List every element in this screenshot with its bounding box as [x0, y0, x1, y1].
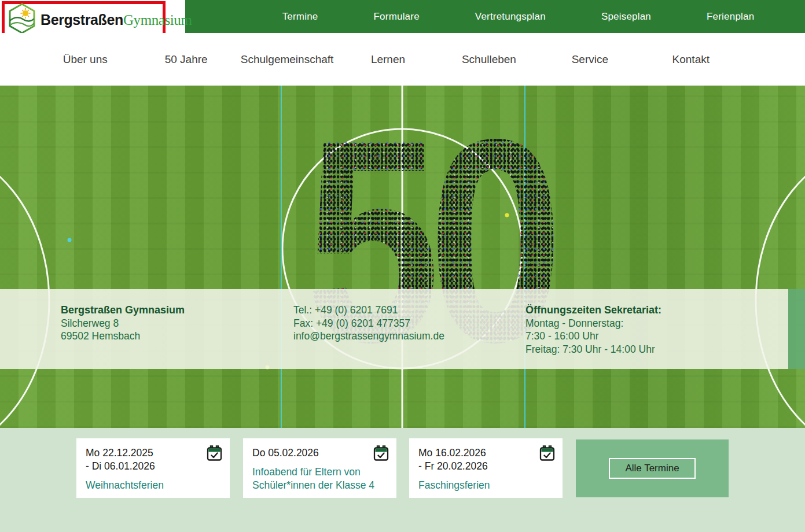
contact-phone-block: Tel.: +49 (0) 6201 7691 Fax: +49 (0) 620…	[293, 304, 444, 343]
nav-item-kontakt[interactable]: Kontakt	[641, 53, 741, 66]
contact-info-band: Bergstraßen Gymnasium Silcherweg 8 69502…	[0, 289, 788, 369]
nav-item-50-jahre[interactable]: 50 Jahre	[135, 53, 236, 66]
nav-item-schulgemeinschaft[interactable]: Schulgemeinschaft	[237, 53, 337, 66]
office-hours-friday: Freitag: 7:30 Uhr - 14:00 Uhr	[525, 343, 661, 356]
office-hours-days: Montag - Donnerstag:	[525, 317, 661, 330]
nav-item-ueber-uns[interactable]: Über uns	[35, 53, 135, 66]
school-street: Silcherweg 8	[61, 317, 185, 330]
email-address[interactable]: info@bergstrassengymnasium.de	[293, 330, 444, 343]
logo-name-part1: Bergstraßen	[41, 12, 123, 28]
topbar-link-vertretungsplan[interactable]: Vertretungsplan	[475, 11, 546, 23]
contact-address-block: Bergstraßen Gymnasium Silcherweg 8 69502…	[61, 304, 185, 343]
all-events-button[interactable]: Alle Termine	[609, 458, 695, 479]
events-section: Mo 22.12.2025 - Di 06.01.2026 Weihnachts…	[0, 428, 805, 532]
fax-number: Fax: +49 (0) 6201 477357	[293, 317, 444, 330]
event-date-line1: Mo 16.02.2026	[418, 446, 554, 460]
event-card-infoabend[interactable]: Do 05.02.2026 Infoabend für Eltern von S…	[243, 438, 396, 498]
event-date-line1: Mo 22.12.2025	[86, 446, 222, 460]
topbar-link-ferienplan[interactable]: Ferienplan	[707, 11, 754, 23]
event-title[interactable]: Weihnachtsferien	[86, 479, 222, 492]
all-events-panel: Alle Termine	[576, 439, 729, 497]
logo-name-part2: Gymnasium	[123, 12, 192, 28]
event-card-faschingsferien[interactable]: Mo 16.02.2026 - Fr 20.02.2026 Faschingsf…	[409, 438, 563, 498]
event-card-weihnachtsferien[interactable]: Mo 22.12.2025 - Di 06.01.2026 Weihnachts…	[76, 438, 230, 498]
school-hexagon-logo-icon	[8, 3, 36, 36]
hero-field-photo: 50 Bergstraßen Gymnasium Silcherweg 8 69…	[0, 86, 805, 428]
calendar-check-icon	[373, 445, 389, 464]
nav-item-lernen[interactable]: Lernen	[337, 53, 438, 66]
logo-wordmark: BergstraßenGymnasium	[41, 12, 192, 28]
nav-item-schulleben[interactable]: Schulleben	[439, 53, 539, 66]
event-title[interactable]: Infoabend für Eltern von Schüler*innen d…	[252, 466, 388, 492]
office-hours-block: Öffnungszeiten Sekretariat: Montag - Don…	[525, 304, 661, 356]
calendar-check-icon	[539, 445, 556, 464]
event-date-line2: - Di 06.01.2026	[86, 460, 222, 473]
event-title[interactable]: Faschingsferien	[418, 479, 554, 492]
calendar-check-icon	[206, 445, 223, 464]
phone-number: Tel.: +49 (0) 6201 7691	[293, 304, 444, 317]
office-hours-time: 7:30 - 16:00 Uhr	[525, 330, 661, 343]
office-hours-title: Öffnungszeiten Sekretariat:	[525, 304, 661, 317]
school-name: Bergstraßen Gymnasium	[61, 304, 185, 317]
band-green-strip	[788, 289, 805, 369]
page: Termine Formulare Vertretungsplan Speise…	[0, 0, 805, 532]
topbar-link-termine[interactable]: Termine	[282, 11, 318, 23]
topbar-link-speiseplan[interactable]: Speiseplan	[601, 11, 651, 23]
event-date-line1: Do 05.02.2026	[252, 446, 388, 460]
event-date-line2: - Fr 20.02.2026	[418, 460, 554, 473]
main-navigation: Über uns 50 Jahre Schulgemeinschaft Lern…	[0, 33, 805, 86]
nav-item-service[interactable]: Service	[539, 53, 640, 66]
school-city: 69502 Hemsbach	[61, 330, 185, 343]
top-utility-bar-links: Termine Formulare Vertretungsplan Speise…	[185, 0, 805, 33]
topbar-link-formulare[interactable]: Formulare	[374, 11, 420, 23]
